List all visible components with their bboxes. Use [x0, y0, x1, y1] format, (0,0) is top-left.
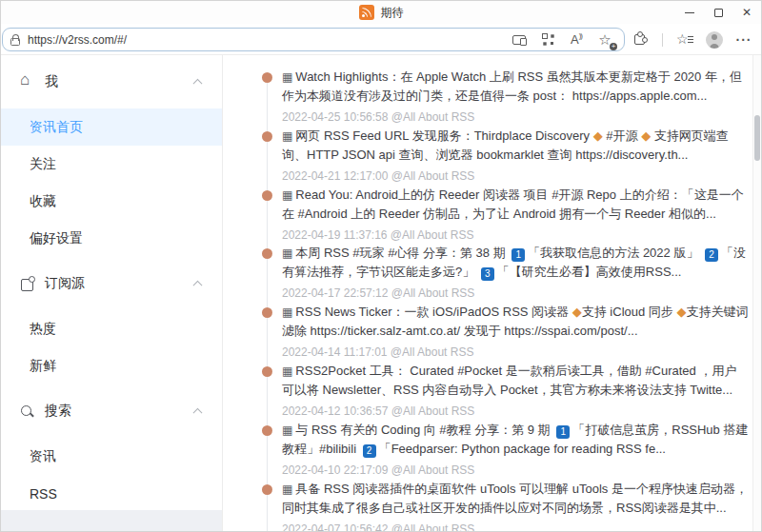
feed-item-title[interactable]: ▦与 RSS 有关的 Coding 向 #教程 分享：第 9 期 1「打破信息茧… — [282, 421, 749, 459]
sidebar-footer — [1, 510, 222, 531]
browser-toolbar: https://v2rss.com/#/ — [1, 24, 761, 55]
read-aloud-button[interactable] — [565, 30, 588, 50]
toolbar-right-actions — [629, 28, 755, 51]
feed-item-title[interactable]: ▦网页 RSS Feed URL 发现服务：Thirdplace Discove… — [282, 127, 749, 165]
feed-scrollbar-thumb[interactable] — [754, 115, 760, 161]
address-bar-actions — [508, 30, 616, 50]
feed-item-text: Read You: Android上的仿 Reeder 阅读器 项目 #开源 R… — [282, 187, 744, 221]
favorites-button[interactable] — [673, 30, 696, 50]
sidebar-group-search[interactable]: 搜索 — [1, 384, 222, 438]
timeline-dot-icon — [262, 72, 272, 83]
sidebar-item-label: 收藏 — [30, 193, 56, 210]
chevron-up-icon — [193, 281, 203, 290]
feed-item-timestamp: 2022-04-12 10:36:57 @All About RSS — [282, 403, 761, 420]
diamond-icon: ◆ — [593, 128, 603, 143]
subscribe-icon — [20, 276, 35, 291]
feed-item[interactable]: ▦网页 RSS Feed URL 发现服务：Thirdplace Discove… — [223, 127, 761, 186]
feed-item-title[interactable]: ▦具备 RSS 阅读器插件的桌面软件 uTools 可以理解 uTools 是一… — [282, 480, 749, 518]
extensions-button[interactable] — [629, 30, 652, 50]
profile-button[interactable] — [703, 30, 726, 50]
rss-favicon-icon — [359, 5, 374, 20]
diamond-icon: ◆ — [572, 305, 582, 319]
emoji-glyph-icon: ▦ — [282, 70, 292, 84]
feed-item-title[interactable]: ▦Read You: Android上的仿 Reeder 阅读器 项目 #开源 … — [282, 186, 749, 224]
feed-item-timestamp: 2022-04-10 22:17:09 @All About RSS — [282, 462, 761, 479]
timeline-dot-icon — [262, 307, 272, 318]
feed-item-text: 「我获取信息的方法 2022 版」 — [528, 246, 702, 260]
sidebar-item-label: RSS — [30, 486, 57, 502]
feed-item-title[interactable]: ▦RSS News Ticker：一款 iOS/iPadOS RSS 阅读器 ◆… — [282, 303, 749, 341]
sidebar-item-following[interactable]: 关注 — [1, 146, 222, 183]
qr-code-button[interactable] — [536, 30, 559, 50]
feed-item-text: RSS2Pocket 工具： Curated #Pocket 是一款稍后读工具，… — [282, 364, 736, 397]
sidebar: 我 资讯首页 关注 收藏 偏好设置 订阅源 热度 新鲜 搜索 资讯 RSS — [1, 55, 223, 531]
feed-scrollbar-track[interactable] — [752, 55, 761, 531]
split-screen-button[interactable] — [508, 30, 531, 50]
diamond-icon: ◆ — [641, 128, 651, 143]
url-input[interactable]: https://v2rss.com/#/ — [28, 33, 508, 47]
feed-item-text: 本周 RSS #玩家 #心得 分享：第 38 期 — [295, 246, 509, 260]
keycap-number-icon: 3 — [481, 267, 494, 281]
feed-item-title[interactable]: ▦Watch Highlights：在 Apple Watch 上刷 RSS 虽… — [282, 68, 749, 106]
address-bar[interactable]: https://v2rss.com/#/ — [2, 28, 625, 51]
sidebar-item-label: 资讯 — [30, 448, 56, 465]
toolbar-separator — [662, 33, 663, 47]
sidebar-item-search-news[interactable]: 资讯 — [1, 438, 222, 475]
feed-item[interactable]: ▦Read You: Android上的仿 Reeder 阅读器 项目 #开源 … — [223, 186, 761, 245]
sidebar-group-label: 我 — [45, 73, 58, 90]
feed-item[interactable]: ▦RSS News Ticker：一款 iOS/iPadOS RSS 阅读器 ◆… — [223, 303, 761, 362]
sidebar-item-label: 资讯首页 — [30, 119, 83, 136]
chevron-up-icon — [193, 79, 203, 89]
favorites-icon — [676, 32, 693, 48]
feed-item-text: #开源 — [603, 128, 641, 143]
add-favorite-button[interactable] — [593, 30, 616, 50]
timeline-dot-icon — [262, 366, 272, 377]
feed-item[interactable]: ▦与 RSS 有关的 Coding 向 #教程 分享：第 9 期 1「打破信息茧… — [223, 421, 761, 480]
close-button[interactable]: ✕ — [732, 1, 761, 24]
timeline-dot-icon — [262, 484, 272, 495]
feed-item[interactable]: ▦RSS2Pocket 工具： Curated #Pocket 是一款稍后读工具… — [223, 362, 761, 421]
feed-item-text: RSS News Ticker：一款 iOS/iPadOS RSS 阅读器 — [295, 305, 572, 319]
sidebar-item-hot[interactable]: 热度 — [1, 310, 222, 347]
active-tab[interactable]: 期待 — [359, 5, 404, 21]
feed-item-timestamp: 2022-04-19 11:37:16 @All About RSS — [282, 227, 761, 244]
minimize-icon — [685, 12, 694, 13]
feed-item-text: 「Feedparser: Python package for reading … — [379, 442, 666, 456]
feed-item[interactable]: ▦Watch Highlights：在 Apple Watch 上刷 RSS 虽… — [223, 68, 761, 127]
search-icon — [20, 404, 35, 419]
timeline-dot-icon — [262, 425, 272, 436]
feed-item-timestamp: 2022-04-25 10:56:58 @All About RSS — [282, 108, 761, 126]
diamond-icon: ◆ — [676, 305, 686, 319]
home-icon — [20, 74, 35, 89]
browser-window: 期待 ✕ https://v2rss.com/#/ — [0, 0, 762, 532]
emoji-glyph-icon: ▦ — [282, 305, 292, 319]
sidebar-item-label: 新鲜 — [30, 358, 56, 375]
minimize-button[interactable] — [675, 1, 704, 24]
sidebar-item-search-rss[interactable]: RSS — [1, 475, 222, 512]
timeline-dot-icon — [262, 190, 272, 201]
feed-item[interactable]: ▦具备 RSS 阅读器插件的桌面软件 uTools 可以理解 uTools 是一… — [223, 480, 761, 531]
sidebar-item-preferences[interactable]: 偏好设置 — [1, 220, 222, 257]
sidebar-item-news-home[interactable]: 资讯首页 — [1, 108, 222, 146]
tab-title: 期待 — [381, 5, 404, 21]
sidebar-group-subscriptions[interactable]: 订阅源 — [1, 257, 222, 310]
sidebar-item-label: 热度 — [30, 321, 56, 338]
maximize-button[interactable] — [704, 1, 732, 24]
feed-item[interactable]: ▦本周 RSS #玩家 #心得 分享：第 38 期 1「我获取信息的方法 202… — [223, 244, 761, 303]
emoji-glyph-icon: ▦ — [282, 129, 292, 143]
more-menu-button[interactable] — [732, 30, 755, 50]
feed-item-timestamp: 2022-04-21 12:17:00 @All About RSS — [282, 167, 761, 185]
lock-icon[interactable] — [10, 38, 20, 46]
extensions-icon — [634, 34, 645, 45]
feed-item-title[interactable]: ▦本周 RSS #玩家 #心得 分享：第 38 期 1「我获取信息的方法 202… — [282, 244, 749, 282]
sidebar-item-favorites[interactable]: 收藏 — [1, 183, 222, 220]
sidebar-item-fresh[interactable]: 新鲜 — [1, 347, 222, 384]
title-bar: 期待 ✕ — [1, 1, 761, 24]
keycap-number-icon: 1 — [556, 425, 570, 439]
emoji-glyph-icon: ▦ — [282, 188, 292, 202]
qr-code-icon — [542, 33, 554, 46]
feed-item-text: 与 RSS 有关的 Coding 向 #教程 分享：第 9 期 — [295, 423, 553, 437]
sidebar-group-me[interactable]: 我 — [1, 55, 222, 108]
feed-item-title[interactable]: ▦RSS2Pocket 工具： Curated #Pocket 是一款稍后读工具… — [282, 362, 749, 400]
sidebar-group-label: 搜索 — [45, 403, 71, 420]
